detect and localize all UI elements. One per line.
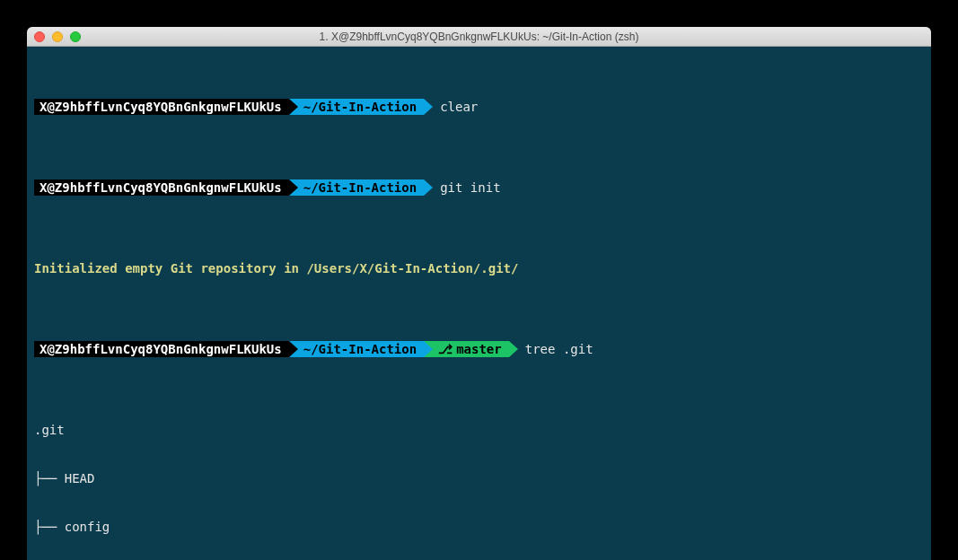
branch-icon: ⎇: [438, 341, 453, 357]
branch-name: master: [456, 341, 502, 357]
user-host-segment: X@Z9hbffLvnCyq8YQBnGnkgnwFLKUkUs: [34, 179, 289, 196]
tree-line: ├── HEAD: [34, 470, 924, 486]
prompt-line-3: X@Z9hbffLvnCyq8YQBnGnkgnwFLKUkUs~/Git-In…: [34, 341, 924, 357]
tree-root: .git: [34, 422, 924, 438]
user-host-segment: X@Z9hbffLvnCyq8YQBnGnkgnwFLKUkUs: [34, 99, 289, 115]
arrow-icon: [424, 99, 433, 115]
command-text: tree .git: [518, 341, 593, 357]
command-text: git init: [433, 179, 500, 196]
terminal-content[interactable]: X@Z9hbffLvnCyq8YQBnGnkgnwFLKUkUs~/Git-In…: [27, 47, 931, 560]
arrow-icon: [289, 179, 298, 196]
arrow-icon: [509, 341, 518, 357]
close-icon[interactable]: [34, 31, 45, 42]
window-title: 1. X@Z9hbffLvnCyq8YQBnGnkgnwFLKUkUs: ~/G…: [27, 31, 931, 43]
path-segment: ~/Git-In-Action: [298, 99, 424, 115]
branch-segment: ⎇master: [433, 341, 509, 357]
arrow-icon: [289, 99, 298, 115]
arrow-icon: [424, 179, 433, 196]
titlebar: 1. X@Z9hbffLvnCyq8YQBnGnkgnwFLKUkUs: ~/G…: [27, 27, 931, 47]
path-segment: ~/Git-In-Action: [298, 179, 424, 196]
prompt-line-2: X@Z9hbffLvnCyq8YQBnGnkgnwFLKUkUs~/Git-In…: [34, 179, 924, 196]
path-segment: ~/Git-In-Action: [298, 341, 424, 357]
command-text: clear: [433, 99, 478, 115]
terminal-window: 1. X@Z9hbffLvnCyq8YQBnGnkgnwFLKUkUs: ~/G…: [27, 27, 931, 560]
tree-line: ├── config: [34, 519, 924, 535]
minimize-icon[interactable]: [52, 31, 63, 42]
traffic-lights: [34, 31, 81, 42]
user-host-segment: X@Z9hbffLvnCyq8YQBnGnkgnwFLKUkUs: [34, 341, 289, 357]
arrow-icon: [289, 341, 298, 357]
output-line: Initialized empty Git repository in /Use…: [34, 260, 924, 276]
prompt-line-1: X@Z9hbffLvnCyq8YQBnGnkgnwFLKUkUs~/Git-In…: [34, 99, 924, 115]
maximize-icon[interactable]: [70, 31, 81, 42]
arrow-icon: [424, 341, 433, 357]
